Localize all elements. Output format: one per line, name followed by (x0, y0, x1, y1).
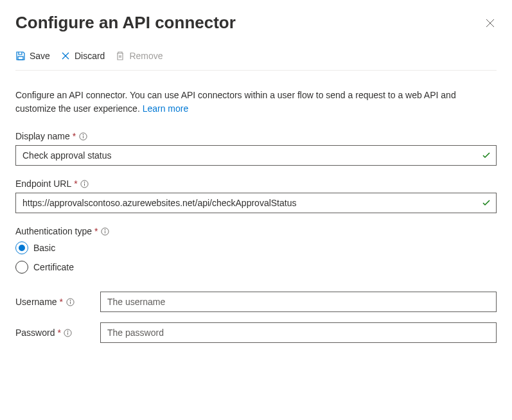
save-button[interactable]: Save (15, 51, 50, 61)
username-label: Username (15, 297, 57, 307)
svg-point-18 (70, 300, 71, 301)
auth-type-certificate-radio[interactable] (15, 261, 28, 274)
page-title: Configure an API connector (15, 13, 236, 33)
display-name-input[interactable] (15, 145, 497, 166)
discard-button[interactable]: Discard (60, 51, 105, 61)
remove-label: Remove (129, 51, 163, 61)
description: Configure an API connector. You can use … (15, 89, 497, 116)
save-icon (15, 51, 26, 61)
info-icon[interactable] (80, 179, 89, 188)
svg-point-9 (83, 134, 84, 135)
endpoint-url-input[interactable] (15, 193, 497, 213)
auth-type-label: Authentication type (15, 226, 92, 236)
trash-icon (115, 51, 125, 61)
username-input[interactable] (100, 292, 497, 312)
description-text: Configure an API connector. You can use … (15, 90, 456, 114)
remove-button: Remove (115, 51, 163, 61)
learn-more-link[interactable]: Learn more (143, 103, 189, 114)
info-icon[interactable] (101, 227, 110, 236)
close-button[interactable] (484, 17, 497, 30)
auth-type-certificate-label: Certificate (33, 262, 74, 272)
required-indicator: * (74, 179, 77, 189)
checkmark-icon (481, 198, 491, 208)
svg-rect-2 (18, 57, 23, 60)
info-icon[interactable] (66, 297, 75, 306)
info-icon[interactable] (64, 328, 73, 337)
svg-point-21 (67, 331, 68, 331)
required-indicator: * (60, 297, 63, 307)
discard-label: Discard (75, 51, 105, 61)
svg-point-12 (84, 182, 85, 182)
endpoint-url-label: Endpoint URL (15, 179, 71, 189)
discard-icon (60, 51, 71, 61)
password-label: Password (15, 328, 55, 338)
required-indicator: * (94, 226, 98, 236)
toolbar: Save Discard Remove (15, 51, 497, 71)
checkmark-icon (481, 150, 491, 161)
required-indicator: * (57, 328, 60, 338)
info-icon[interactable] (78, 132, 87, 141)
save-label: Save (30, 51, 50, 61)
required-indicator: * (73, 131, 76, 141)
close-icon (485, 18, 495, 28)
password-input[interactable] (100, 322, 497, 343)
auth-type-basic-radio[interactable] (15, 241, 28, 254)
display-name-label: Display name (15, 131, 70, 141)
svg-point-15 (105, 229, 105, 230)
auth-type-basic-label: Basic (33, 243, 55, 253)
